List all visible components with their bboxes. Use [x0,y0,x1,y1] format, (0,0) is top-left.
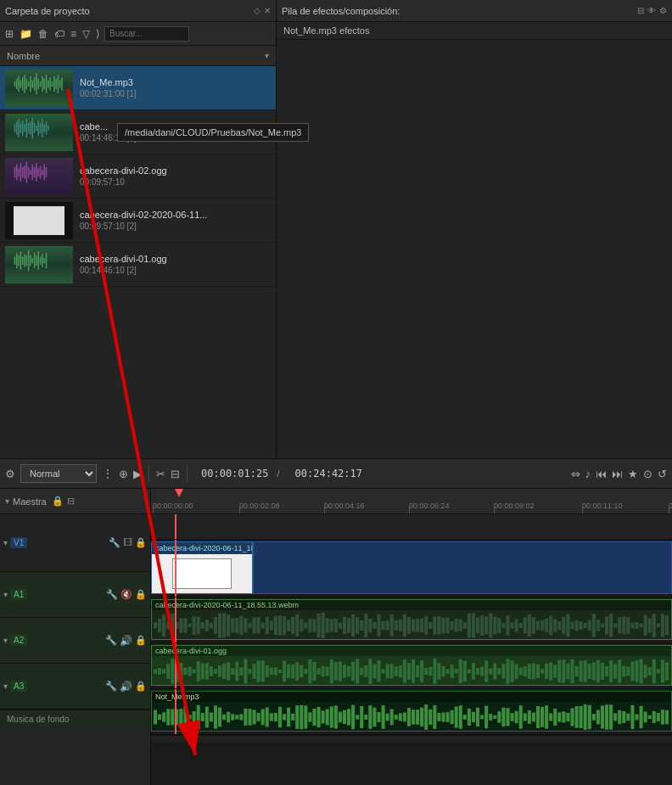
file-item-3[interactable]: cabecera-divi-02-2020-06-11... 00:09:57:… [0,199,276,243]
v1-lock-icon[interactable]: 🔒 [135,537,147,548]
svg-rect-391 [472,712,475,722]
svg-rect-269 [463,661,467,681]
file-item-2[interactable]: cabecera-divi-02.ogg 00:09:57:10 [0,154,276,199]
v1-badge: V1 [10,537,27,548]
tl-cut-icon[interactable]: ✂ [156,468,165,480]
a2-wrench-icon[interactable]: 🔧 [105,635,117,647]
svg-rect-418 [588,705,591,729]
audio-clip-a1[interactable]: cabecera-divi-2020-06-11_18.55.13.webm /… [151,599,672,640]
video-clip-v1[interactable]: cabecera-divi-2020-06-11_18.55.13.webm [151,541,253,594]
tl-pointer-icon[interactable]: ▶ [133,468,142,480]
a1-wrench-icon[interactable]: 🔧 [106,589,118,600]
v1-chevron[interactable]: ▾ [3,538,8,547]
svg-rect-321 [171,709,174,725]
svg-rect-32 [28,122,30,132]
audio-clip-a3[interactable]: Not_Me.mp3 [151,691,672,732]
toolbar-arrow-icon[interactable]: ⟩ [94,27,102,41]
tl-link-icon[interactable]: ⇔ [571,468,580,480]
a1-chevron[interactable]: ▾ [3,590,8,599]
svg-rect-300 [596,660,600,683]
tl-loop-icon[interactable]: ↺ [658,468,667,480]
svg-rect-175 [575,620,579,631]
a3-wrench-icon[interactable]: 🔧 [105,681,117,692]
a3-mute-icon[interactable]: 🔊 [120,681,132,692]
effects-panel-settings-icon[interactable]: ⚙ [659,6,667,15]
a3-chevron[interactable]: ▾ [3,681,8,691]
svg-rect-259 [420,660,423,682]
ruler-tick-4: 00:00:09:02 [494,502,535,510]
video-track-v1[interactable]: cabecera-divi-2020-06-11_18.55.13.webm [151,540,672,597]
svg-rect-98 [244,619,247,633]
effects-panel-layout-icon[interactable]: ⊟ [637,6,644,15]
a1-lock-icon[interactable]: 🔒 [135,589,147,600]
toolbar-list-icon[interactable]: ≡ [69,27,78,41]
a2-lock-icon[interactable]: 🔒 [135,635,147,647]
video-clip-label-v1: cabecera-divi-2020-06-11_18.55.13.webm [152,542,252,554]
toolbar-delete-icon[interactable]: 🗑 [36,27,50,41]
panel-minimize-icon[interactable]: ◇ [254,6,260,15]
file-item-1[interactable]: cabe... 00:14:46:10 [4] [0,110,276,154]
svg-rect-43 [14,166,16,177]
svg-rect-121 [343,617,346,634]
svg-rect-174 [570,622,574,630]
svg-rect-396 [493,715,496,719]
svg-rect-359 [334,705,338,728]
a3-lock-icon[interactable]: 🔒 [135,681,147,692]
v1-wrench-icon[interactable]: 🔧 [109,537,120,548]
tl-forward-icon[interactable]: ⏭ [612,468,623,480]
column-sort-icon[interactable]: ▾ [265,51,269,60]
tl-ripple-icon[interactable]: ⋮ [102,467,114,480]
master-mute-icon[interactable]: ⊟ [67,496,75,507]
svg-rect-18 [49,77,51,90]
mode-dropdown[interactable]: Normal [20,464,97,483]
svg-rect-260 [424,668,428,675]
svg-rect-343 [266,707,269,726]
audio-track-a1[interactable]: cabecera-divi-2020-06-11_18.55.13.webm /… [151,597,672,643]
a2-mute-icon[interactable]: 🔊 [120,635,132,647]
tl-back-icon[interactable]: ⏮ [596,468,607,480]
tl-settings-icon[interactable]: ⚙ [5,468,15,480]
file-name-0: Not_Me.mp3 [80,77,271,87]
file-name-4: cabecera-divi-01.ogg [80,254,271,264]
master-lock-icon[interactable]: 🔒 [52,496,64,507]
panel-close-icon[interactable]: ✕ [264,6,271,15]
svg-rect-171 [557,621,561,630]
v1-film-icon[interactable]: 🎞 [123,537,132,548]
svg-rect-164 [528,614,531,636]
tl-audio-icon[interactable]: ♪ [585,468,591,480]
svg-rect-88 [201,622,204,629]
svg-rect-336 [235,715,238,719]
audio-track-a2[interactable]: cabecera-divi-01.ogg [151,643,672,689]
audio-clip-a2[interactable]: cabecera-divi-01.ogg [151,645,672,686]
file-item-4[interactable]: cabecera-divi-01.ogg 00:14:46:10 [2] [0,243,276,287]
file-item-0[interactable]: Not_Me.mp3 00:02:31:00 [1] [0,66,276,110]
audio-track-a3[interactable]: Not_Me.mp3 [151,689,672,735]
master-chevron[interactable]: ▾ [5,496,9,506]
svg-rect-328 [201,713,204,721]
toolbar-filter-icon[interactable]: ▽ [81,27,92,41]
svg-rect-290 [553,664,557,677]
a2-chevron[interactable]: ▾ [3,636,8,645]
tl-star-icon[interactable]: ★ [628,468,638,480]
timeline-scrollbar[interactable] [151,735,672,742]
playhead-master [175,514,176,539]
tl-play-icon[interactable]: ⊙ [643,468,652,480]
svg-rect-302 [605,666,608,676]
svg-rect-118 [330,619,333,631]
search-input[interactable] [104,26,189,42]
svg-rect-329 [205,707,209,728]
toolbar-tag-icon[interactable]: 🏷 [53,27,66,41]
svg-rect-119 [334,619,338,632]
toolbar-layout-icon[interactable]: ⊞ [3,27,15,41]
effects-panel-view-icon[interactable]: 👁 [647,6,656,15]
svg-rect-392 [476,708,479,726]
svg-rect-409 [549,713,552,721]
svg-rect-24 [61,77,63,90]
a1-mute-icon[interactable]: 🔇 [120,589,132,600]
tl-split-icon[interactable]: ⊟ [171,468,180,480]
svg-rect-388 [459,705,462,729]
svg-rect-363 [351,705,355,729]
toolbar-folder-icon[interactable]: 📁 [18,27,34,41]
svg-rect-39 [42,119,43,137]
tl-magnet-icon[interactable]: ⊕ [119,468,128,480]
